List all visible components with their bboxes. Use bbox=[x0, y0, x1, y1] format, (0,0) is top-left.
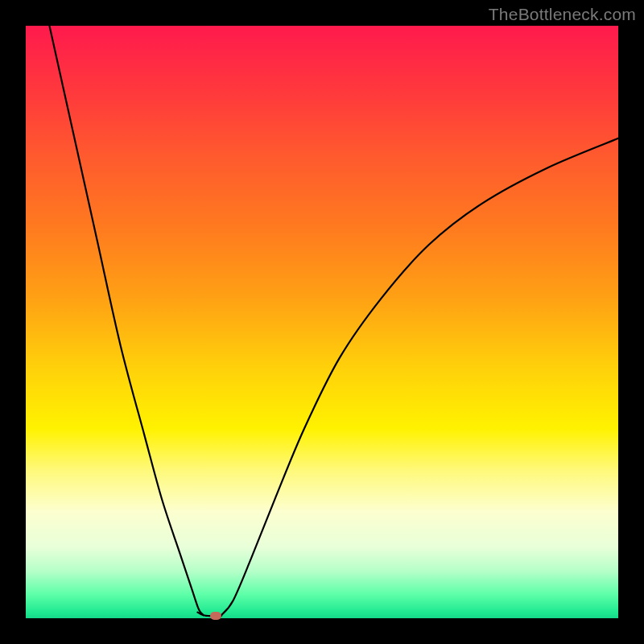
plot-area bbox=[26, 26, 618, 618]
minimum-marker bbox=[210, 612, 221, 620]
chart-frame: TheBottleneck.com bbox=[0, 0, 644, 644]
watermark-text: TheBottleneck.com bbox=[489, 5, 636, 24]
bottleneck-curve bbox=[26, 26, 618, 618]
